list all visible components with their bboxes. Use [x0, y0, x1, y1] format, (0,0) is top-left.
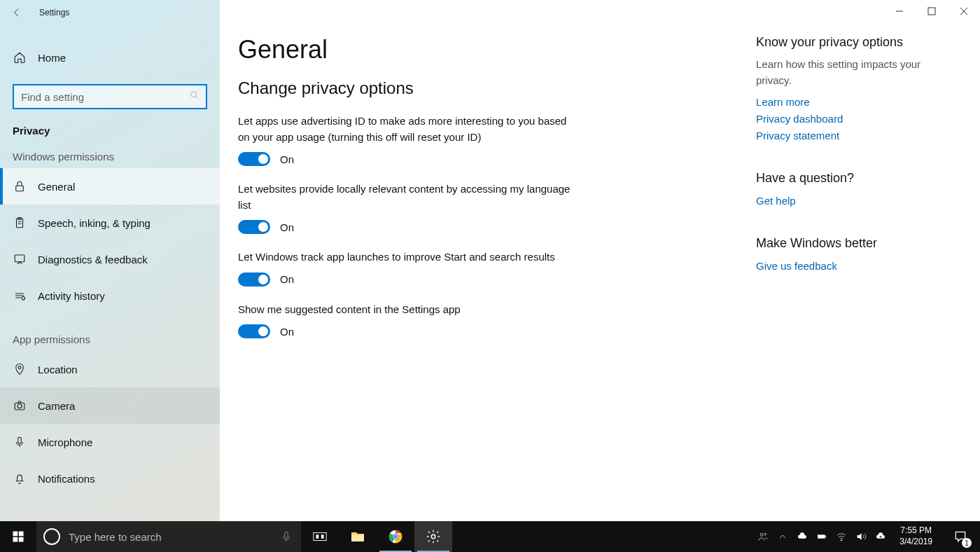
svg-point-6: [18, 366, 21, 369]
category-title: Privacy: [0, 115, 220, 144]
tray-onedrive-icon[interactable]: [796, 530, 808, 543]
nav-label: Camera: [38, 400, 75, 412]
toggle-state: On: [280, 273, 294, 285]
taskbar-file-explorer[interactable]: [339, 521, 377, 552]
setting-advertising-id-label: Let apps use advertising ID to make ads …: [238, 113, 574, 145]
search-input[interactable]: [13, 84, 207, 109]
history-icon: [13, 289, 27, 303]
section-title: Change privacy options: [238, 78, 714, 98]
tray-clock[interactable]: 7:55 PM 3/4/2019: [894, 525, 938, 547]
nav-notifications[interactable]: Notifications: [0, 460, 220, 497]
start-button[interactable]: [0, 521, 36, 552]
svg-rect-11: [13, 532, 18, 537]
svg-point-8: [18, 404, 22, 408]
svg-rect-13: [13, 537, 18, 542]
nav-microphone[interactable]: Microphone: [0, 424, 220, 460]
back-button[interactable]: [10, 6, 24, 20]
svg-rect-19: [351, 535, 364, 541]
tray-chevron-up-icon[interactable]: [776, 530, 789, 543]
clipboard-icon: [13, 216, 27, 230]
svg-rect-10: [928, 8, 935, 15]
svg-rect-16: [314, 533, 326, 541]
svg-point-24: [394, 535, 398, 539]
svg-point-30: [841, 540, 842, 541]
camera-icon: [13, 399, 27, 413]
tray-time: 7:55 PM: [899, 525, 932, 537]
nav-label: General: [38, 181, 75, 193]
search-icon: [189, 90, 200, 104]
task-view-button[interactable]: [301, 521, 339, 552]
toggle-state: On: [280, 326, 294, 338]
aside-privacy-title: Know your privacy options: [756, 35, 952, 50]
link-give-feedback[interactable]: Give us feedback: [756, 258, 952, 275]
svg-rect-12: [19, 532, 24, 537]
link-privacy-dashboard[interactable]: Privacy dashboard: [756, 111, 952, 127]
svg-rect-15: [285, 532, 288, 538]
svg-point-27: [764, 533, 766, 535]
svg-point-26: [760, 533, 763, 536]
svg-rect-1: [16, 186, 24, 191]
tray-wifi-icon[interactable]: [835, 530, 848, 543]
svg-rect-17: [316, 534, 319, 539]
nav-label: Speech, inking, & typing: [38, 217, 150, 229]
aside-question-title: Have a question?: [756, 171, 952, 186]
group-windows-permissions: Windows permissions: [0, 144, 220, 168]
link-privacy-statement[interactable]: Privacy statement: [756, 127, 952, 144]
toggle-app-launches[interactable]: [238, 272, 270, 287]
nav-speech[interactable]: Speech, inking, & typing: [0, 205, 220, 241]
tray-cloud-sync-icon[interactable]: [874, 530, 887, 543]
notification-badge: 1: [962, 538, 972, 548]
mic-icon: [13, 435, 27, 449]
location-icon: [13, 362, 27, 376]
taskbar-chrome[interactable]: [377, 521, 414, 552]
toggle-state: On: [280, 153, 294, 165]
svg-point-0: [191, 92, 197, 97]
mic-icon[interactable]: [280, 530, 293, 543]
home-label: Home: [38, 52, 66, 64]
minimize-button[interactable]: [883, 0, 916, 22]
tray-volume-icon[interactable]: [855, 530, 867, 543]
toggle-suggested-content[interactable]: [238, 324, 270, 338]
nav-label: Location: [38, 364, 78, 375]
maximize-button[interactable]: [916, 0, 948, 22]
svg-rect-4: [15, 255, 24, 262]
toggle-state: On: [280, 221, 294, 233]
nav-location[interactable]: Location: [0, 351, 220, 387]
page-title: General: [238, 35, 714, 64]
close-button[interactable]: [948, 0, 980, 22]
tray-battery-icon[interactable]: [816, 530, 828, 543]
nav-label: Activity history: [38, 290, 105, 302]
nav-label: Diagnostics & feedback: [38, 254, 148, 265]
toggle-language-list[interactable]: [238, 220, 270, 234]
lock-icon: [13, 179, 27, 193]
link-get-help[interactable]: Get help: [756, 193, 952, 209]
group-app-permissions: App permissions: [0, 326, 220, 351]
nav-activity-history[interactable]: Activity history: [0, 277, 220, 314]
bell-icon: [13, 471, 27, 485]
taskbar-search-placeholder: Type here to search: [69, 531, 272, 543]
nav-diagnostics[interactable]: Diagnostics & feedback: [0, 241, 220, 277]
home-icon: [13, 50, 27, 64]
svg-rect-9: [18, 437, 22, 443]
feedback-icon: [13, 252, 27, 266]
svg-rect-29: [825, 536, 826, 538]
tray-date: 3/4/2019: [899, 537, 932, 548]
svg-rect-14: [19, 537, 24, 542]
nav-label: Microphone: [38, 436, 92, 448]
nav-label: Notifications: [38, 473, 95, 485]
cortana-icon: [43, 528, 60, 545]
aside-privacy-text: Learn how this setting impacts your priv…: [756, 57, 952, 88]
action-center-button[interactable]: 1: [945, 521, 976, 552]
taskbar-search[interactable]: Type here to search: [36, 521, 301, 552]
link-learn-more[interactable]: Learn more: [756, 94, 952, 111]
toggle-advertising-id[interactable]: [238, 152, 270, 166]
setting-suggested-content-label: Show me suggested content in the Setting…: [238, 302, 574, 318]
aside-feedback-title: Make Windows better: [756, 236, 952, 251]
home-nav[interactable]: Home: [0, 39, 220, 76]
tray-people[interactable]: [757, 530, 769, 543]
taskbar-settings[interactable]: [414, 521, 452, 552]
nav-camera[interactable]: Camera: [0, 387, 220, 424]
nav-general[interactable]: General: [0, 168, 220, 205]
setting-app-launches-label: Let Windows track app launches to improv…: [238, 249, 574, 265]
svg-rect-28: [818, 534, 825, 538]
